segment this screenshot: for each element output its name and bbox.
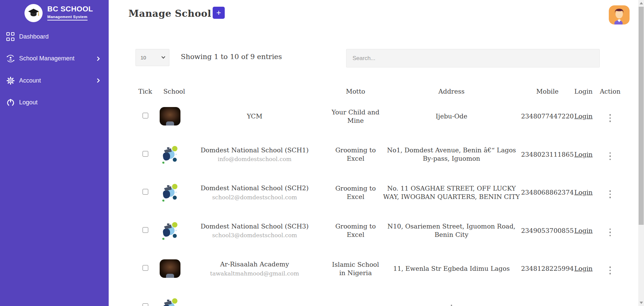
sidebar-nav: Dashboard School Management	[0, 30, 109, 118]
school-address: No1, Domdest Avenue, Benin â€“ Lagos By-…	[382, 146, 521, 163]
sidebar-item-school-management[interactable]: School Management	[0, 52, 109, 65]
col-action: Action	[593, 87, 628, 96]
chevron-right-icon	[95, 56, 100, 61]
school-mobile: 2349053700855	[521, 226, 574, 235]
school-email: school2@domdestschool.com	[180, 194, 329, 201]
chevron-right-icon	[95, 78, 100, 83]
table-row: Domdest National School (SCH3) school3@d…	[136, 212, 628, 250]
school-photo	[160, 107, 180, 125]
row-actions-menu-icon[interactable]	[608, 113, 612, 123]
vertical-scrollbar[interactable]	[638, 0, 644, 306]
login-link[interactable]: Login	[574, 227, 593, 234]
page-title: Manage School	[128, 8, 211, 19]
sidebar: BC SCHOOL Management System Dashboard	[0, 0, 109, 306]
school-mobile: 2348128225994	[521, 264, 574, 273]
school-name: YCM	[180, 112, 329, 120]
row-actions-menu-icon[interactable]	[608, 265, 612, 276]
school-email: info@domdestschool.com	[180, 155, 329, 163]
page-size-select-wrap: 10	[136, 49, 169, 66]
row-actions-menu-icon[interactable]	[608, 151, 612, 162]
school-name: Domdest National School (SCH1)	[180, 146, 329, 154]
add-school-button[interactable]: +	[213, 7, 225, 19]
school-motto: Grooming to Excel	[329, 184, 382, 201]
row-checkbox[interactable]	[143, 189, 148, 195]
table-row: YCM Your Child and Mine Ijebu-Ode 234807…	[136, 97, 628, 136]
col-address: Address	[382, 87, 521, 96]
school-management-icon	[6, 54, 15, 63]
table-row: Ar-Risaalah Academy tawakaltmahmood@gmai…	[136, 250, 628, 288]
sidebar-item-dashboard[interactable]: Dashboard	[0, 30, 109, 43]
school-avatar	[160, 183, 180, 202]
student-illustration	[160, 183, 180, 202]
scroll-up-icon[interactable]	[640, 2, 643, 4]
row-actions-menu-icon[interactable]	[608, 227, 612, 238]
table-row: Domdest National School (SCH1) info@domd…	[136, 136, 628, 174]
app-title: BC SCHOOL	[47, 5, 93, 13]
school-motto: Your Child and Mine	[329, 108, 382, 125]
sidebar-item-account[interactable]: Account	[0, 74, 109, 87]
school-email: school3@domdestschool.com	[180, 232, 329, 239]
user-avatar[interactable]	[609, 5, 630, 24]
grid-icon	[6, 32, 15, 41]
showing-entries-text: Showing 1 to 10 of 9 entries	[181, 53, 282, 61]
school-mobile: 2348077447220	[521, 112, 574, 120]
login-link[interactable]: Login	[574, 265, 593, 272]
school-photo	[160, 259, 180, 278]
login-link[interactable]: Login	[574, 151, 593, 158]
table-row	[136, 288, 628, 306]
power-icon	[6, 98, 15, 107]
row-checkbox[interactable]	[143, 113, 148, 118]
app-subtitle: Management System	[47, 15, 88, 20]
school-name: Domdest National School (SCH3)	[180, 222, 329, 231]
graduation-cap-icon	[24, 4, 43, 22]
school-address: Ijebu-Ode	[382, 112, 521, 120]
col-school: School	[155, 87, 329, 96]
school-table-body: YCM Your Child and Mine Ijebu-Ode 234807…	[136, 97, 628, 306]
search-input[interactable]	[346, 49, 600, 67]
gear-icon	[6, 76, 15, 85]
student-illustration	[160, 298, 180, 306]
school-name: Domdest National School (SCH2)	[180, 184, 329, 192]
school-motto: Islamic School in Nigeria	[329, 260, 382, 277]
main-content: Manage School + 10 Showing 1 to 10 of 9 …	[109, 0, 638, 306]
page-size-select[interactable]: 10	[136, 49, 169, 66]
school-name: Ar-Risaalah Academy	[180, 260, 329, 268]
row-checkbox[interactable]	[143, 303, 148, 306]
school-mobile: 2348023111865	[521, 150, 574, 159]
col-mobile: Mobile	[521, 87, 574, 96]
school-email: tawakaltmahmood@gmail.com	[180, 270, 329, 277]
sidebar-item-logout[interactable]: Logout	[0, 96, 109, 109]
col-tick: Tick	[136, 87, 155, 96]
table-header: Tick School Motto Address Mobile Login A…	[136, 86, 628, 97]
school-mobile: 2348068862374	[521, 188, 574, 197]
row-checkbox[interactable]	[143, 227, 148, 233]
school-table: Tick School Motto Address Mobile Login A…	[136, 86, 628, 306]
student-illustration	[160, 145, 180, 164]
table-row: Domdest National School (SCH2) school2@d…	[136, 173, 628, 212]
scroll-down-icon[interactable]	[640, 302, 643, 304]
scrollbar-thumb[interactable]	[639, 7, 644, 225]
student-illustration	[160, 221, 180, 240]
school-address: 11, Ewenla Str Egbeda Idimu Lagos	[382, 264, 521, 273]
row-checkbox[interactable]	[143, 265, 148, 271]
row-actions-menu-icon[interactable]	[608, 189, 612, 200]
school-address: N10, Osariemen Street, Iguomon Road, Ben…	[382, 222, 521, 239]
school-avatar	[160, 107, 180, 125]
school-avatar	[160, 298, 180, 306]
school-avatar	[160, 221, 180, 240]
row-checkbox[interactable]	[143, 151, 148, 157]
page: BC SCHOOL Management System Dashboard	[0, 0, 644, 306]
col-login: Login	[574, 87, 593, 96]
school-motto: Grooming to Excel	[329, 146, 382, 163]
school-motto: Grooming to Excel	[329, 222, 382, 239]
row-actions-menu-icon[interactable]	[449, 303, 454, 306]
app-logo: BC SCHOOL Management System	[0, 3, 109, 26]
login-link[interactable]: Login	[574, 112, 593, 120]
col-motto: Motto	[329, 87, 382, 96]
school-avatar	[160, 259, 180, 278]
school-avatar	[160, 145, 180, 164]
login-link[interactable]: Login	[574, 189, 593, 196]
school-address: No. 11 OSAGHAE STREET, OFF LUCKY WAY, IW…	[382, 184, 521, 201]
